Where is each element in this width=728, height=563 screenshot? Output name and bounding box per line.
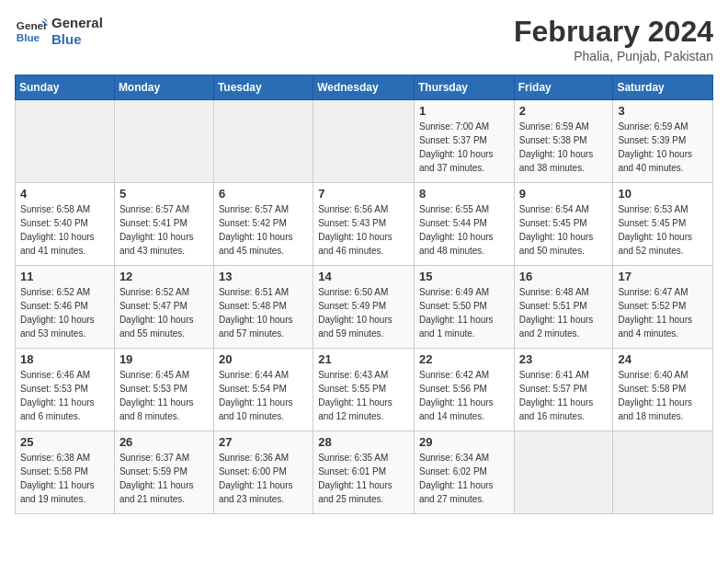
day-detail: Sunrise: 6:34 AMSunset: 6:02 PMDaylight:… [419, 451, 509, 506]
week-row-1: 1Sunrise: 7:00 AMSunset: 5:37 PMDaylight… [16, 100, 713, 183]
day-number: 5 [119, 187, 209, 201]
logo-general: General [51, 15, 103, 31]
calendar-cell [613, 431, 713, 514]
day-number: 18 [20, 352, 109, 366]
day-detail: Sunrise: 6:57 AMSunset: 5:42 PMDaylight:… [219, 202, 308, 258]
calendar-cell: 26Sunrise: 6:37 AMSunset: 5:59 PMDayligh… [114, 431, 213, 514]
day-number: 2 [519, 104, 609, 118]
calendar-cell: 24Sunrise: 6:40 AMSunset: 5:58 PMDayligh… [613, 349, 713, 431]
calendar-cell: 3Sunrise: 6:59 AMSunset: 5:39 PMDaylight… [613, 100, 713, 183]
day-number: 28 [318, 435, 409, 449]
day-number: 23 [519, 352, 609, 366]
day-detail: Sunrise: 6:41 AMSunset: 5:57 PMDaylight:… [519, 368, 609, 423]
calendar-cell: 27Sunrise: 6:36 AMSunset: 6:00 PMDayligh… [213, 431, 313, 514]
weekday-header-friday: Friday [514, 75, 613, 100]
day-number: 6 [219, 187, 308, 201]
day-detail: Sunrise: 6:49 AMSunset: 5:50 PMDaylight:… [419, 285, 509, 340]
calendar-cell: 29Sunrise: 6:34 AMSunset: 6:02 PMDayligh… [414, 431, 514, 514]
day-number: 22 [419, 352, 509, 366]
day-detail: Sunrise: 6:59 AMSunset: 5:39 PMDaylight:… [618, 120, 708, 175]
calendar-cell: 2Sunrise: 6:59 AMSunset: 5:38 PMDaylight… [514, 100, 613, 183]
day-detail: Sunrise: 6:35 AMSunset: 6:01 PMDaylight:… [318, 451, 409, 506]
day-number: 14 [318, 270, 409, 283]
logo-blue: Blue [51, 31, 103, 48]
calendar-cell: 20Sunrise: 6:44 AMSunset: 5:54 PMDayligh… [213, 349, 313, 431]
week-row-5: 25Sunrise: 6:38 AMSunset: 5:58 PMDayligh… [16, 431, 713, 514]
day-number: 19 [119, 352, 209, 366]
day-detail: Sunrise: 7:00 AMSunset: 5:37 PMDaylight:… [419, 120, 509, 175]
day-number: 26 [119, 435, 209, 449]
day-number: 12 [119, 270, 209, 283]
page-header: General Blue General Blue February 2024 … [15, 15, 713, 63]
day-number: 1 [419, 104, 509, 118]
calendar-cell [313, 100, 415, 183]
calendar-cell: 13Sunrise: 6:51 AMSunset: 5:48 PMDayligh… [213, 266, 313, 349]
calendar-cell: 6Sunrise: 6:57 AMSunset: 5:42 PMDaylight… [213, 183, 313, 266]
day-number: 24 [618, 352, 708, 366]
calendar-cell: 1Sunrise: 7:00 AMSunset: 5:37 PMDaylight… [414, 100, 514, 183]
day-number: 16 [519, 270, 609, 283]
day-number: 21 [318, 352, 409, 366]
day-detail: Sunrise: 6:57 AMSunset: 5:41 PMDaylight:… [119, 202, 209, 258]
day-number: 4 [20, 187, 109, 201]
day-detail: Sunrise: 6:53 AMSunset: 5:45 PMDaylight:… [618, 202, 708, 258]
calendar-cell: 22Sunrise: 6:42 AMSunset: 5:56 PMDayligh… [414, 349, 514, 431]
day-number: 15 [419, 270, 509, 283]
day-detail: Sunrise: 6:44 AMSunset: 5:54 PMDaylight:… [219, 368, 308, 423]
calendar-cell: 16Sunrise: 6:48 AMSunset: 5:51 PMDayligh… [514, 266, 613, 349]
calendar-cell [16, 100, 115, 183]
calendar-cell: 11Sunrise: 6:52 AMSunset: 5:46 PMDayligh… [16, 266, 115, 349]
svg-text:Blue: Blue [17, 31, 40, 43]
day-number: 8 [419, 187, 509, 201]
calendar-cell: 18Sunrise: 6:46 AMSunset: 5:53 PMDayligh… [16, 349, 115, 431]
weekday-header-row: SundayMondayTuesdayWednesdayThursdayFrid… [16, 75, 713, 100]
day-detail: Sunrise: 6:43 AMSunset: 5:55 PMDaylight:… [318, 368, 409, 423]
calendar-cell: 21Sunrise: 6:43 AMSunset: 5:55 PMDayligh… [313, 349, 415, 431]
day-number: 9 [519, 187, 609, 201]
svg-text:General: General [17, 19, 48, 31]
calendar-cell [514, 431, 613, 514]
day-detail: Sunrise: 6:52 AMSunset: 5:46 PMDaylight:… [20, 285, 109, 340]
day-detail: Sunrise: 6:38 AMSunset: 5:58 PMDaylight:… [20, 451, 109, 506]
calendar-cell: 19Sunrise: 6:45 AMSunset: 5:53 PMDayligh… [114, 349, 213, 431]
weekday-header-tuesday: Tuesday [213, 75, 313, 100]
logo: General Blue General Blue [15, 15, 103, 48]
week-row-4: 18Sunrise: 6:46 AMSunset: 5:53 PMDayligh… [16, 349, 713, 431]
day-detail: Sunrise: 6:59 AMSunset: 5:38 PMDaylight:… [519, 120, 609, 175]
calendar-cell: 5Sunrise: 6:57 AMSunset: 5:41 PMDaylight… [114, 183, 213, 266]
week-row-2: 4Sunrise: 6:58 AMSunset: 5:40 PMDaylight… [16, 183, 713, 266]
day-number: 17 [618, 270, 708, 283]
title-block: February 2024 Phalia, Punjab, Pakistan [514, 15, 713, 63]
calendar-cell: 15Sunrise: 6:49 AMSunset: 5:50 PMDayligh… [414, 266, 514, 349]
day-detail: Sunrise: 6:56 AMSunset: 5:43 PMDaylight:… [318, 202, 409, 258]
day-number: 29 [419, 435, 509, 449]
calendar-cell: 10Sunrise: 6:53 AMSunset: 5:45 PMDayligh… [613, 183, 713, 266]
month-title: February 2024 [514, 15, 713, 49]
day-detail: Sunrise: 6:50 AMSunset: 5:49 PMDaylight:… [318, 285, 409, 340]
weekday-header-saturday: Saturday [613, 75, 713, 100]
day-detail: Sunrise: 6:52 AMSunset: 5:47 PMDaylight:… [119, 285, 209, 340]
calendar-cell [213, 100, 313, 183]
weekday-header-monday: Monday [114, 75, 213, 100]
weekday-header-wednesday: Wednesday [313, 75, 415, 100]
calendar-cell: 28Sunrise: 6:35 AMSunset: 6:01 PMDayligh… [313, 431, 415, 514]
day-number: 25 [20, 435, 109, 449]
calendar-cell: 25Sunrise: 6:38 AMSunset: 5:58 PMDayligh… [16, 431, 115, 514]
day-detail: Sunrise: 6:58 AMSunset: 5:40 PMDaylight:… [20, 202, 109, 258]
day-number: 27 [219, 435, 308, 449]
calendar-cell: 17Sunrise: 6:47 AMSunset: 5:52 PMDayligh… [613, 266, 713, 349]
week-row-3: 11Sunrise: 6:52 AMSunset: 5:46 PMDayligh… [16, 266, 713, 349]
day-detail: Sunrise: 6:45 AMSunset: 5:53 PMDaylight:… [119, 368, 209, 423]
day-detail: Sunrise: 6:37 AMSunset: 5:59 PMDaylight:… [119, 451, 209, 506]
day-detail: Sunrise: 6:40 AMSunset: 5:58 PMDaylight:… [618, 368, 708, 423]
day-detail: Sunrise: 6:47 AMSunset: 5:52 PMDaylight:… [618, 285, 708, 340]
calendar-table: SundayMondayTuesdayWednesdayThursdayFrid… [15, 75, 713, 514]
day-number: 3 [618, 104, 708, 118]
day-detail: Sunrise: 6:55 AMSunset: 5:44 PMDaylight:… [419, 202, 509, 258]
location: Phalia, Punjab, Pakistan [514, 49, 713, 63]
day-detail: Sunrise: 6:46 AMSunset: 5:53 PMDaylight:… [20, 368, 109, 423]
calendar-cell: 12Sunrise: 6:52 AMSunset: 5:47 PMDayligh… [114, 266, 213, 349]
calendar-cell [114, 100, 213, 183]
calendar-cell: 14Sunrise: 6:50 AMSunset: 5:49 PMDayligh… [313, 266, 415, 349]
weekday-header-thursday: Thursday [414, 75, 514, 100]
